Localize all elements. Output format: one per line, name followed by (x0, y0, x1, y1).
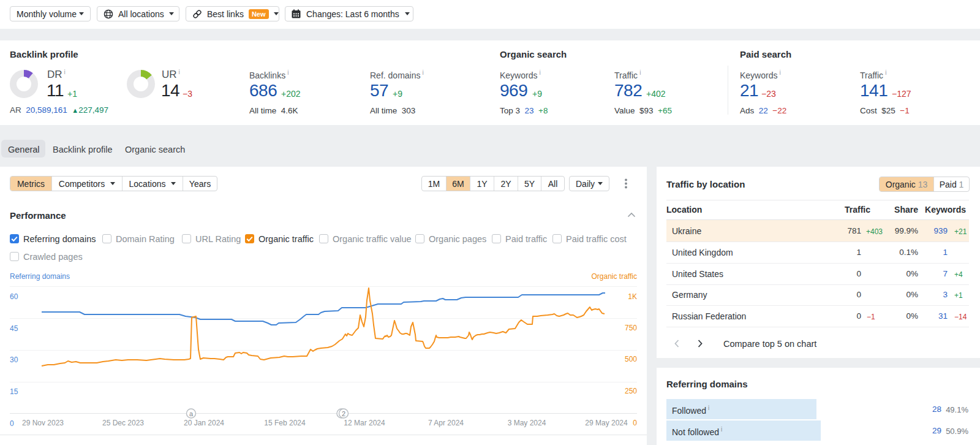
svg-text:a: a (189, 410, 194, 417)
svg-text:2: 2 (342, 410, 345, 417)
